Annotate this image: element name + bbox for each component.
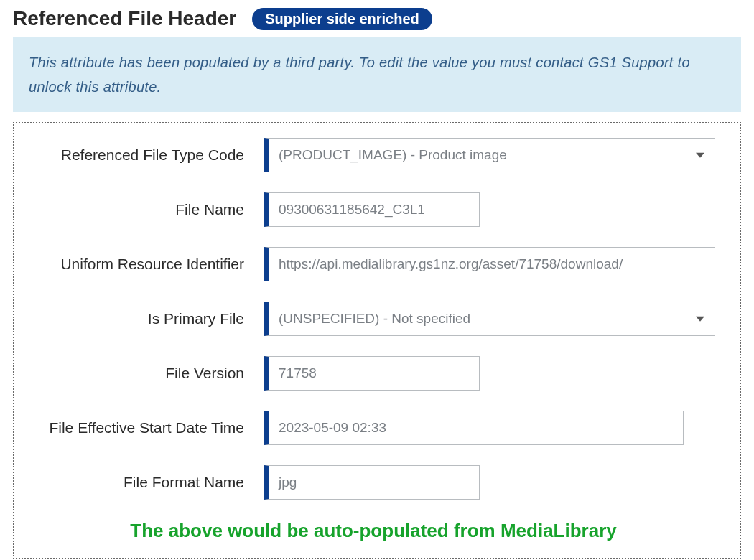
file-version-value: 71758 — [279, 365, 317, 381]
file-header-form: Referenced File Type Code (PRODUCT_IMAGE… — [13, 122, 741, 559]
is-primary-select[interactable]: (UNSPECIFIED) - Not specified — [264, 302, 715, 336]
label-start-date-time: File Effective Start Date Time — [27, 419, 264, 437]
label-is-primary: Is Primary File — [27, 310, 264, 327]
uri-input[interactable]: https://api.medialibrary.gs1nz.org/asset… — [264, 247, 715, 281]
format-name-input[interactable]: jpg — [264, 465, 480, 500]
section-title: Referenced File Header — [13, 7, 236, 30]
locked-attribute-notice: This attribute has been populated by a t… — [13, 37, 741, 112]
start-date-time-value: 2023-05-09 02:33 — [279, 420, 386, 436]
label-uri: Uniform Resource Identifier — [27, 256, 264, 273]
file-type-code-value: (PRODUCT_IMAGE) - Product image — [279, 147, 507, 163]
file-version-input[interactable]: 71758 — [264, 356, 480, 391]
chevron-down-icon — [696, 317, 704, 322]
chevron-down-icon — [696, 153, 704, 158]
enriched-badge: Supplier side enriched — [252, 8, 432, 30]
label-format-name: File Format Name — [27, 474, 264, 491]
file-type-code-select[interactable]: (PRODUCT_IMAGE) - Product image — [264, 138, 715, 172]
start-date-time-input[interactable]: 2023-05-09 02:33 — [264, 411, 684, 445]
uri-value: https://api.medialibrary.gs1nz.org/asset… — [279, 256, 623, 272]
auto-populated-note: The above would be auto-populated from M… — [27, 520, 720, 542]
format-name-value: jpg — [279, 475, 297, 490]
label-file-version: File Version — [27, 365, 264, 382]
is-primary-value: (UNSPECIFIED) - Not specified — [279, 311, 470, 327]
label-file-name: File Name — [27, 201, 264, 218]
label-file-type-code: Referenced File Type Code — [27, 146, 264, 164]
file-name-input[interactable]: 09300631185642_C3L1 — [264, 192, 480, 227]
file-name-value: 09300631185642_C3L1 — [279, 202, 425, 218]
